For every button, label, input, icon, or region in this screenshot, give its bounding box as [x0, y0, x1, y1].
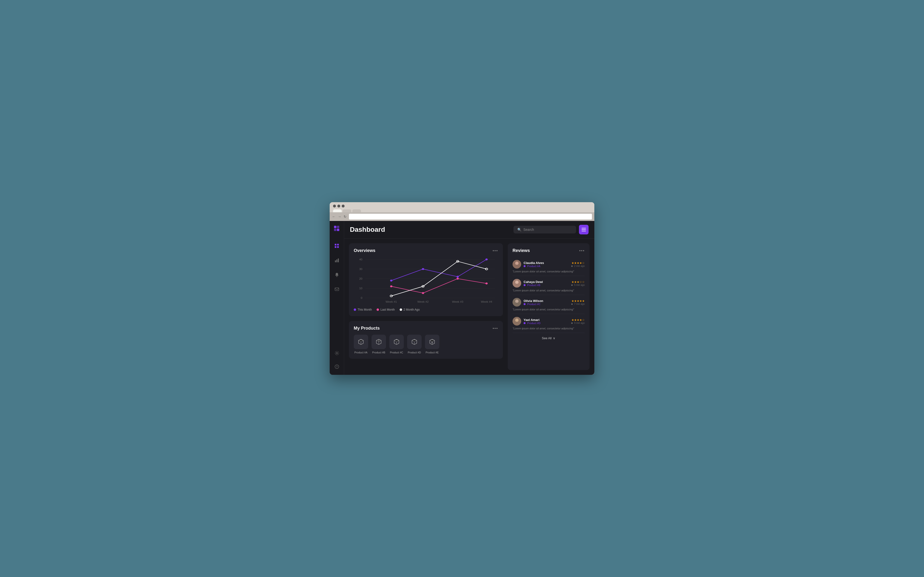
svg-text:20: 20 — [359, 277, 362, 280]
browser-tab-3[interactable] — [352, 210, 361, 212]
browser-tab-2[interactable] — [342, 210, 351, 212]
avatar-2 — [512, 279, 521, 287]
svg-rect-7 — [337, 246, 339, 248]
page-title: Dashboard — [350, 226, 385, 234]
svg-rect-8 — [335, 260, 336, 262]
product-item-b[interactable]: Product #B — [372, 335, 386, 354]
product-label-b: Product #B — [372, 351, 385, 354]
overviews-more-button[interactable]: ••• — [493, 248, 498, 253]
product-item-d[interactable]: Product #D — [407, 335, 422, 354]
svg-point-48 — [515, 300, 519, 303]
stars-3: ★★★★★ — [571, 299, 585, 303]
sidebar-item-grid[interactable] — [333, 242, 341, 250]
avatar-3 — [512, 298, 521, 306]
help-icon: ? — [334, 364, 339, 369]
legend-two-month-ago: 2 Month Ago — [400, 308, 420, 311]
review-text-3: "Lorem ipsum dolor sit amet, consectetur… — [512, 308, 585, 311]
reviewer-name-3: Olivia Wilson — [523, 299, 569, 303]
sidebar-item-settings[interactable] — [333, 349, 341, 358]
reviews-more-button[interactable]: ••• — [579, 248, 585, 253]
browser-tab-1[interactable] — [333, 210, 342, 212]
reload-button[interactable]: ↻ — [344, 215, 347, 219]
address-bar[interactable] — [349, 214, 592, 219]
reviewer-name-2: Cahaya Dewi — [523, 280, 569, 284]
product-tag-3: Product #C — [523, 303, 569, 306]
stars-4: ★★★★☆ — [571, 318, 585, 322]
see-all-button[interactable]: See All ∨ — [512, 336, 585, 340]
svg-rect-10 — [338, 258, 339, 262]
review-time-1: 2 min ago — [571, 265, 585, 268]
product-label-d: Product #D — [408, 351, 421, 354]
product-item-e[interactable]: Product #E — [425, 335, 439, 354]
box-icon-c — [393, 338, 400, 345]
sidebar-bottom: ? — [333, 349, 341, 371]
overviews-card: Overviews ••• — [349, 243, 503, 316]
box-icon-a — [357, 338, 364, 345]
product-item-c[interactable]: Product #C — [389, 335, 404, 354]
review-time-4: 9 min ago — [571, 322, 585, 324]
reviews-panel: Reviews ••• Claudia Alves — [508, 243, 590, 370]
browser-chrome — [330, 202, 594, 212]
svg-text:40: 40 — [359, 258, 362, 261]
sidebar: ? — [330, 221, 344, 375]
svg-point-32 — [457, 276, 459, 278]
browser-dot-1[interactable] — [333, 205, 336, 208]
product-tag-1: Product #A — [523, 265, 569, 268]
search-icon: 🔍 — [517, 228, 522, 232]
browser-dot-2[interactable] — [338, 205, 340, 208]
svg-point-46 — [515, 280, 519, 284]
menu-button[interactable] — [579, 225, 588, 234]
product-label-a: Product #A — [354, 351, 367, 354]
product-icon-e — [425, 335, 439, 349]
sidebar-item-chart[interactable] — [333, 256, 341, 265]
back-button[interactable]: ← — [332, 215, 336, 219]
sidebar-item-help[interactable]: ? — [333, 362, 341, 371]
stars-2: ★★★☆☆ — [571, 280, 585, 284]
legend-label-this-month: This Month — [357, 308, 372, 311]
svg-point-44 — [515, 261, 519, 265]
box-icon-e — [429, 338, 436, 345]
svg-rect-2 — [334, 229, 336, 231]
review-rating-time-3: ★★★★★ 7 min ago — [571, 299, 585, 305]
main-content: Dashboard 🔍 Search — [344, 221, 594, 375]
reviews-header: Reviews ••• — [512, 248, 585, 253]
svg-text:?: ? — [336, 366, 338, 368]
svg-text:Week #3: Week #3 — [452, 301, 463, 303]
svg-point-30 — [390, 280, 393, 282]
sidebar-nav — [333, 242, 341, 342]
review-meta-4: Yael Amari Product #D — [523, 318, 569, 324]
chart-legend: This Month Last Month 2 Month Ago — [354, 308, 498, 311]
sidebar-item-mail[interactable] — [333, 285, 341, 293]
products-more-button[interactable]: ••• — [493, 326, 498, 330]
search-bar[interactable]: 🔍 Search — [514, 226, 576, 234]
avatar-1 — [512, 260, 521, 269]
box-icon-d — [411, 338, 418, 345]
menu-line-2 — [582, 229, 586, 230]
reviewer-name-1: Claudia Alves — [523, 261, 569, 265]
svg-rect-6 — [335, 246, 336, 248]
browser-dot-3[interactable] — [342, 205, 344, 208]
product-label-c: Product #C — [390, 351, 403, 354]
svg-text:Week #4: Week #4 — [481, 301, 492, 303]
review-rating-time-2: ★★★☆☆ 5 min ago — [571, 280, 585, 286]
svg-point-13 — [336, 353, 338, 354]
product-item-a[interactable]: Product #A — [354, 335, 368, 354]
review-time-3: 7 min ago — [571, 303, 585, 305]
svg-text:Week #1: Week #1 — [386, 301, 397, 303]
reviews-title: Reviews — [512, 248, 530, 253]
reviewer-name-4: Yael Amari — [523, 318, 569, 322]
header-right: 🔍 Search — [514, 225, 588, 234]
sidebar-item-notifications[interactable] — [333, 271, 341, 279]
svg-point-35 — [422, 292, 424, 294]
svg-point-51 — [514, 322, 520, 326]
app-container: ? Dashboard 🔍 Search — [330, 221, 594, 375]
svg-point-36 — [457, 278, 459, 280]
chevron-down-icon: ∨ — [553, 336, 556, 340]
legend-last-month: Last Month — [376, 308, 395, 311]
product-label-e: Product #E — [426, 351, 439, 354]
svg-point-34 — [390, 285, 393, 287]
forward-button[interactable]: → — [338, 215, 341, 219]
browser-tabs — [333, 210, 591, 212]
svg-point-33 — [485, 258, 488, 260]
review-item-4: Yael Amari Product #D ★★★★☆ 9 — [512, 314, 585, 333]
